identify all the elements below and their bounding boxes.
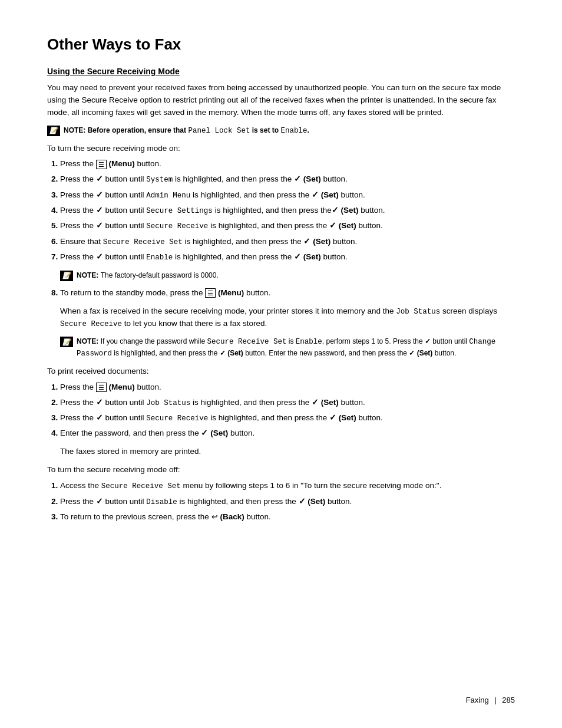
menu-icon-1: ☰ [96,160,107,169]
menu-icon-8: ☰ [205,288,216,298]
after-step8-block: When a fax is received in the secure rec… [60,305,515,360]
turn-off-steps-list: Access the Secure Receive Set menu by fo… [60,480,515,523]
turn-off-step-1: Access the Secure Receive Set menu by fo… [60,480,515,492]
note-2: 📝 NOTE: The factory-default password is … [60,270,515,281]
turn-on-step-5: Press the ✓ button until Secure Receive … [60,220,515,232]
footer-divider: | [494,696,496,704]
footer-page-num: 285 [502,696,515,704]
note-text-3: NOTE: If you change the password while S… [77,336,515,360]
after-print-para: The faxes stored in memory are printed. [60,446,515,458]
turn-on-label: To turn the secure receiving mode on: [47,143,515,155]
turn-on-step-8-list: To return to the standby mode, press the… [60,287,515,299]
note-text-1: NOTE: Before operation, ensure that Pane… [64,125,309,137]
turn-off-step-2: Press the ✓ button until Disable is high… [60,496,515,508]
page-title: Other Ways to Fax [47,35,515,54]
note-icon-1: 📝 [47,126,60,136]
print-step-1: Press the ☰ (Menu) button. [60,381,515,394]
turn-on-step-6: Ensure that Secure Receive Set is highli… [60,236,515,248]
turn-off-label: To turn the secure receiving mode off: [47,464,515,476]
turn-on-steps-list: Press the ☰ (Menu) button. Press the ✓ b… [60,158,515,263]
turn-on-step-2: Press the ✓ button until System is highl… [60,173,515,186]
menu-icon-print1: ☰ [96,383,107,392]
turn-on-step-3: Press the ✓ button until Admin Menu is h… [60,189,515,202]
note-icon-2: 📝 [60,271,73,281]
note-1: 📝 NOTE: Before operation, ensure that Pa… [47,125,515,137]
footer: Faxing | 285 [466,696,515,704]
section-title: Using the Secure Receiving Mode [47,67,515,76]
intro-paragraph: You may need to prevent your received fa… [47,82,515,119]
turn-on-step-1: Press the ☰ (Menu) button. [60,158,515,170]
back-icon: ↩ [211,512,218,521]
note-text-2: NOTE: The factory-default password is 00… [77,270,219,281]
note-icon-3: 📝 [60,337,73,347]
turn-on-step-7: Press the ✓ button until Enable is highl… [60,251,515,263]
turn-on-step-4: Press the ✓ button until Secure Settings… [60,205,515,217]
print-label: To print received documents: [47,365,515,378]
turn-on-step-8: To return to the standby mode, press the… [60,287,515,299]
note-3: 📝 NOTE: If you change the password while… [60,336,515,360]
print-step-4: Enter the password, and then press the ✓… [60,427,515,440]
footer-label: Faxing [466,696,489,704]
print-step-3: Press the ✓ button until Secure Receive … [60,412,515,424]
after-step8-para: When a fax is received in the secure rec… [60,305,515,331]
print-steps-list: Press the ☰ (Menu) button. Press the ✓ b… [60,381,515,440]
turn-off-step-3: To return to the previous screen, press … [60,511,515,523]
after-print-block: The faxes stored in memory are printed. [60,446,515,458]
print-step-2: Press the ✓ button until Job Status is h… [60,397,515,409]
